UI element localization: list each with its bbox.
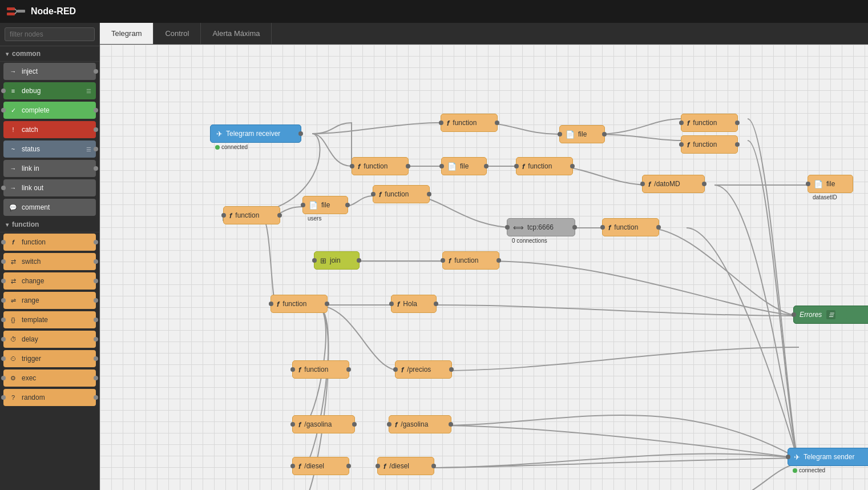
section-function[interactable]: ▾ function bbox=[0, 217, 99, 232]
node-telegram-receiver[interactable]: ✈ Telegram receiver connected bbox=[210, 124, 301, 143]
cn-dot-left bbox=[439, 164, 444, 168]
node-complete[interactable]: ✓ complete bbox=[3, 102, 96, 119]
search-input[interactable] bbox=[5, 27, 95, 41]
tab-telegram[interactable]: Telegram bbox=[100, 23, 154, 44]
node-trigger[interactable]: ⏲ trigger bbox=[3, 350, 96, 367]
tab-alerta[interactable]: Alerta Máxima bbox=[201, 23, 272, 44]
func11-label: function bbox=[304, 366, 328, 373]
node-function[interactable]: f function bbox=[3, 234, 96, 251]
cn-dot-right bbox=[572, 225, 577, 230]
node-random[interactable]: ? random bbox=[3, 389, 96, 406]
node-hola[interactable]: f Hola bbox=[391, 295, 437, 313]
node-func-11[interactable]: f function bbox=[292, 360, 349, 379]
telegram-receiver-label: Telegram receiver bbox=[226, 130, 280, 138]
node-func-8[interactable]: f function bbox=[602, 218, 659, 236]
diesel2-icon: f bbox=[383, 462, 386, 471]
errores-square-btn[interactable] bbox=[838, 310, 847, 319]
func10-label: function bbox=[282, 300, 306, 308]
gasolina1-label: /gasolina bbox=[304, 420, 332, 428]
debug-menu: ☰ bbox=[86, 88, 91, 94]
cn-dot-left bbox=[640, 182, 645, 186]
link-out-icon: → bbox=[8, 183, 18, 193]
node-comment[interactable]: 💬 comment bbox=[3, 199, 96, 216]
node-inject[interactable]: → inject bbox=[3, 63, 96, 80]
node-gasolina-1[interactable]: f /gasolina bbox=[292, 415, 355, 433]
section-common-label: common bbox=[12, 50, 41, 58]
node-delay[interactable]: ⏱ delay bbox=[3, 331, 96, 348]
topbar: Node-RED bbox=[0, 0, 868, 23]
diesel2-label: /diesel bbox=[389, 462, 409, 470]
node-catch[interactable]: ! catch bbox=[3, 121, 96, 138]
cn-dot-right bbox=[449, 367, 454, 372]
func1-icon: f bbox=[358, 162, 360, 171]
svg-rect-0 bbox=[7, 7, 15, 10]
func2-icon: f bbox=[447, 119, 449, 127]
cn-dot-right bbox=[325, 302, 329, 306]
node-link-out[interactable]: → link out bbox=[3, 179, 96, 196]
cn-dot-left bbox=[558, 132, 562, 136]
node-change[interactable]: ⇄ change bbox=[3, 272, 96, 290]
cn-dot-left bbox=[350, 164, 354, 168]
func1-label: function bbox=[364, 162, 387, 170]
cn-dot-left bbox=[312, 258, 317, 263]
node-tcp[interactable]: ⟺ tcp:6666 0 connections bbox=[507, 218, 575, 236]
cn-dot-left bbox=[514, 164, 519, 168]
node-func-1[interactable]: f function bbox=[352, 157, 409, 175]
svg-line-4 bbox=[15, 11, 17, 14]
node-telegram-sender-main[interactable]: ✈ Telegram sender connected bbox=[788, 448, 868, 466]
node-func-4[interactable]: f function bbox=[681, 114, 738, 132]
node-dato-md[interactable]: f /datoMD bbox=[642, 175, 705, 193]
tab-control[interactable]: Control bbox=[154, 23, 201, 44]
cn-dot-right bbox=[352, 422, 357, 427]
node-status[interactable]: ~ status ☰ bbox=[3, 140, 96, 158]
cn-dot-left bbox=[290, 422, 295, 427]
node-func-3[interactable]: f function bbox=[516, 157, 573, 175]
node-join[interactable]: ⊞ join bbox=[314, 251, 360, 270]
node-func-9[interactable]: f function bbox=[442, 251, 499, 270]
tg-sender-main-icon: ✈ bbox=[794, 453, 800, 461]
node-exec[interactable]: ⚙ exec bbox=[3, 369, 96, 387]
diesel1-label: /diesel bbox=[304, 462, 324, 470]
node-errores[interactable]: Errores ☰ bbox=[793, 306, 868, 324]
file4-label: file bbox=[826, 180, 835, 188]
node-switch[interactable]: ⇄ switch bbox=[3, 253, 96, 270]
node-template[interactable]: {} template bbox=[3, 311, 96, 328]
node-func-10[interactable]: f function bbox=[271, 295, 328, 313]
cn-dot-left bbox=[600, 225, 605, 230]
func6-icon: f bbox=[229, 211, 232, 220]
template-icon: {} bbox=[8, 315, 18, 325]
cn-dot-left bbox=[290, 367, 295, 372]
canvas[interactable]: ✈ Telegram receiver connected f function… bbox=[100, 45, 868, 490]
join-label: join bbox=[330, 256, 341, 264]
node-gasolina-2[interactable]: f /gasolina bbox=[389, 415, 451, 433]
node-precios[interactable]: f /precios bbox=[395, 360, 452, 379]
precios-label: /precios bbox=[407, 366, 431, 373]
cn-dot-right bbox=[496, 258, 501, 263]
range-icon: ⇌ bbox=[8, 295, 18, 306]
cn-dot-right bbox=[298, 131, 303, 136]
section-common[interactable]: ▾ common bbox=[0, 46, 99, 62]
cn-dot-left bbox=[393, 367, 398, 372]
node-debug[interactable]: ≡ debug ☰ bbox=[3, 82, 96, 99]
cn-dot-left bbox=[387, 422, 391, 427]
node-file-2[interactable]: 📄 file bbox=[559, 125, 605, 143]
node-func-6[interactable]: f function bbox=[223, 206, 280, 224]
node-diesel-2[interactable]: f /diesel bbox=[377, 457, 434, 475]
node-file-4[interactable]: 📄 file datasetID bbox=[808, 175, 853, 193]
gasolina1-icon: f bbox=[298, 420, 301, 429]
errores-menu-btn[interactable]: ☰ bbox=[826, 310, 835, 319]
node-file-1[interactable]: 📄 file bbox=[441, 157, 487, 175]
logo bbox=[7, 5, 25, 18]
node-range[interactable]: ⇌ range bbox=[3, 292, 96, 309]
node-file-3[interactable]: 📄 file users bbox=[302, 196, 348, 214]
comment-icon: 💬 bbox=[8, 202, 18, 212]
node-func-2[interactable]: f function bbox=[441, 114, 498, 132]
node-diesel-1[interactable]: f /diesel bbox=[292, 457, 349, 475]
node-func-5[interactable]: f function bbox=[681, 135, 738, 154]
func9-label: function bbox=[454, 256, 478, 264]
node-func-7[interactable]: f function bbox=[373, 185, 430, 203]
node-link-in[interactable]: → link in bbox=[3, 160, 96, 177]
trigger-icon: ⏲ bbox=[8, 354, 18, 364]
status-dot bbox=[215, 145, 220, 150]
func8-label: function bbox=[614, 223, 638, 231]
